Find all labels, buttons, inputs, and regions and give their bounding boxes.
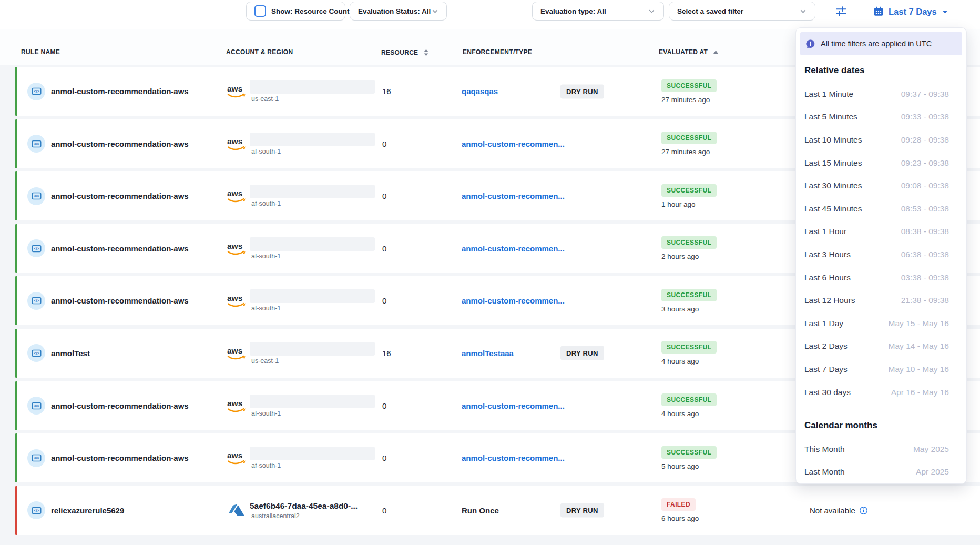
saved-filter-dropdown[interactable]: Select a saved filter — [669, 2, 815, 21]
enforcement-link[interactable]: anmol-custom-recommen... — [462, 296, 565, 305]
status-badge: SUCCESSFUL — [661, 289, 717, 301]
account-redacted-bar — [250, 133, 375, 146]
date-option-range: 21:38 - 09:38 — [901, 296, 949, 305]
region-label: af-south-1 — [250, 305, 375, 312]
rule-icon: </> — [27, 135, 45, 153]
chevron-down-icon — [647, 7, 656, 16]
info-circle-icon[interactable] — [859, 506, 868, 515]
date-option[interactable]: Last 45 Minutes 08:53 - 09:38 — [796, 197, 966, 220]
evaluation-status-dropdown[interactable]: Evaluation Status: All — [350, 2, 447, 21]
date-option-label: Last 6 Hours — [804, 273, 851, 282]
date-option-range: May 2025 — [913, 445, 949, 454]
evaluation-type-dropdown[interactable]: Evaluation type: All — [532, 2, 664, 21]
rule-name: anmol-custom-recommendation-aws — [51, 244, 189, 253]
sort-ascending-icon[interactable] — [712, 49, 719, 55]
region-label: us-east-1 — [250, 95, 375, 103]
resource-count: 0 — [382, 433, 386, 482]
date-option[interactable]: Last 10 Minutes 09:28 - 09:38 — [796, 128, 966, 152]
date-option[interactable]: Last 2 Days May 14 - May 16 — [796, 335, 966, 358]
date-option-label: Last 12 Hours — [804, 296, 855, 305]
date-option[interactable]: Last 15 Minutes 09:23 - 09:38 — [796, 152, 966, 175]
date-option[interactable]: Last 30 days Apr 16 - May 16 — [796, 381, 966, 404]
date-option-label: Last 7 Days — [804, 365, 848, 374]
date-range-button[interactable]: Last 7 Days — [873, 4, 949, 19]
status-color-bar — [15, 224, 17, 273]
status-badge: SUCCESSFUL — [661, 184, 717, 197]
date-option-label: Last 15 Minutes — [804, 158, 862, 168]
enforcement-link[interactable]: anmol-custom-recommen... — [462, 453, 565, 462]
date-option[interactable]: This Month May 2025 — [796, 438, 966, 461]
status-color-bar — [15, 119, 17, 168]
calendar-icon — [873, 6, 884, 17]
enforcement-link[interactable]: anmol-custom-recommen... — [462, 401, 565, 410]
evaluated-time: 4 hours ago — [661, 410, 699, 418]
svg-text:</>: </> — [34, 247, 39, 250]
account-id: 5aef6b46-7daa-45ea-a8d0-... — [250, 501, 358, 511]
status-color-bar — [15, 486, 17, 535]
date-option-label: This Month — [804, 445, 845, 454]
resource-count: 0 — [382, 486, 386, 535]
date-option[interactable]: Last 7 Days May 10 - May 16 — [796, 358, 966, 381]
account-redacted-bar — [250, 80, 375, 94]
header-resource[interactable]: RESOURCE — [381, 48, 430, 57]
filter-settings-button[interactable] — [832, 3, 850, 19]
region-label: af-south-1 — [250, 462, 375, 469]
account-redacted-bar — [250, 289, 375, 303]
rule-name: anmol-custom-recommendation-aws — [51, 401, 189, 410]
rule-name: anmol-custom-recommendation-aws — [51, 191, 189, 200]
utc-notice-banner: All time filters are applied in UTC — [800, 32, 962, 55]
not-available-label: Not available — [810, 506, 855, 515]
date-option-range: May 14 - May 16 — [889, 341, 949, 351]
dry-run-badge: DRY RUN — [560, 84, 604, 98]
evaluated-time: 2 hours ago — [661, 253, 699, 260]
show-resource-count-filter[interactable]: Show: Resource Count > 0 — [246, 2, 345, 21]
date-option[interactable]: Last 30 Minutes 09:08 - 09:38 — [796, 174, 966, 197]
svg-text:</>: </> — [34, 299, 39, 303]
svg-text:aws: aws — [227, 137, 242, 146]
table-row[interactable]: </> relicxazurerule5629 aws — [15, 486, 980, 535]
date-option-range: 09:23 - 09:38 — [901, 158, 949, 168]
evaluations-screen: Show: Resource Count > 0 Evaluation Stat… — [0, 0, 980, 545]
status-badge: SUCCESSFUL — [661, 393, 717, 406]
date-option[interactable]: Last 6 Hours 03:38 - 09:38 — [796, 266, 966, 289]
status-badge: SUCCESSFUL — [661, 132, 717, 144]
svg-text:</>: </> — [34, 142, 39, 146]
dry-run-badge: DRY RUN — [560, 503, 604, 518]
checkbox-icon[interactable] — [254, 5, 266, 17]
rule-icon: </> — [27, 83, 45, 100]
enforcement-link[interactable]: qaqasqas — [462, 87, 498, 96]
status-color-bar — [15, 433, 17, 482]
sliders-icon — [834, 4, 848, 18]
date-option[interactable]: Last 1 Minute 09:37 - 09:38 — [796, 83, 966, 106]
date-option-range: 06:38 - 09:38 — [901, 250, 949, 259]
date-option-label: Last 10 Minutes — [804, 135, 862, 145]
date-option[interactable]: Last 3 Hours 06:38 - 09:38 — [796, 243, 966, 266]
enforcement-link[interactable]: anmol-custom-recommen... — [462, 244, 565, 253]
enforcement-link[interactable]: anmol-custom-recommen... — [462, 139, 565, 148]
status-badge: SUCCESSFUL — [661, 236, 717, 249]
date-option[interactable]: Last 12 Hours 21:38 - 09:38 — [796, 289, 966, 312]
rule-name: anmol-custom-recommendation-aws — [51, 296, 189, 305]
date-option[interactable]: Last 1 Hour 08:38 - 09:38 — [796, 220, 966, 244]
rule-name: anmol-custom-recommendation-aws — [51, 139, 189, 148]
rule-icon: </> — [27, 397, 45, 415]
svg-text:aws: aws — [227, 294, 242, 302]
evaluated-time: 3 hours ago — [661, 305, 699, 313]
date-option-range: 09:08 - 09:38 — [901, 181, 949, 190]
enforcement-link[interactable]: anmol-custom-recommen... — [462, 191, 565, 200]
enforcement-link[interactable]: Run Once — [462, 506, 499, 515]
header-evaluated-at[interactable]: EVALUATED AT — [659, 48, 719, 56]
evaluation-status-label: Evaluation Status: All — [358, 7, 431, 15]
relative-dates-heading: Relative dates — [804, 65, 864, 76]
enforcement-link[interactable]: anmolTestaaa — [462, 349, 514, 358]
rule-icon: </> — [27, 449, 45, 467]
date-option-label: Last Month — [804, 467, 845, 477]
sort-icon[interactable] — [423, 48, 430, 57]
date-option-range: May 15 - May 16 — [889, 319, 949, 328]
date-option[interactable]: Last Month Apr 2025 — [796, 461, 966, 484]
status-badge: SUCCESSFUL — [661, 341, 717, 354]
calendar-months-heading: Calendar months — [804, 420, 877, 431]
date-option[interactable]: Last 5 Minutes 09:33 - 09:38 — [796, 106, 966, 129]
date-option[interactable]: Last 1 Day May 15 - May 16 — [796, 312, 966, 335]
rule-icon: </> — [27, 501, 45, 519]
